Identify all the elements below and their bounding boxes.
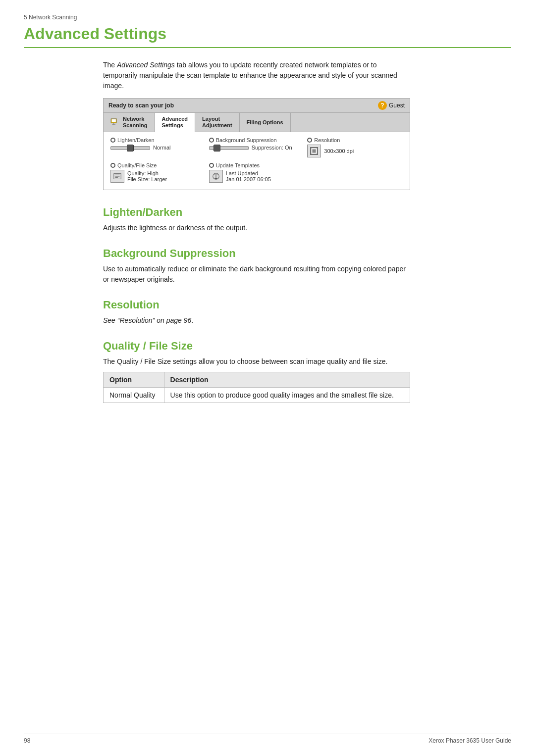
lighten-darken-label: Lighten/Darken: [110, 137, 206, 143]
resolution-radio[interactable]: [307, 138, 312, 143]
update-radio[interactable]: [209, 163, 214, 168]
section-heading-quality-file-size: Quality / File Size: [103, 340, 511, 353]
lighten-darken-value: Normal: [153, 145, 170, 151]
quality-values: Quality: High File Size: Larger: [127, 170, 167, 182]
intro-paragraph: The Advanced Settings tab allows you to …: [103, 60, 410, 91]
breadcrumb: 5 Network Scanning: [24, 14, 511, 21]
lighten-darken-radio[interactable]: [110, 138, 115, 143]
resolution-see-suffix: .: [191, 316, 193, 324]
tab-network-scanning[interactable]: NetworkScanning: [104, 113, 155, 132]
scanner-header-title: Ready to scan your job: [108, 102, 174, 109]
quality-value1: Quality: High: [127, 170, 167, 176]
svg-rect-6: [313, 150, 316, 153]
table-cell-option: Normal Quality: [104, 388, 164, 403]
resolution-label: Resolution: [307, 137, 403, 143]
resolution-value: 300x300 dpi: [324, 148, 354, 154]
lighten-darken-control: Normal: [110, 145, 206, 151]
resolution-control: 300x300 dpi: [307, 145, 403, 157]
section-heading-background-suppression: Background Suppression: [103, 247, 511, 260]
update-value1: Last Updated: [226, 170, 271, 176]
scanner-ui: Ready to scan your job ? Guest: [103, 98, 410, 190]
quality-file-size-title: Quality/File Size: [117, 162, 157, 168]
update-templates-label: Update Templates: [209, 162, 305, 168]
section-body-resolution: See “Resolution” on page 96.: [103, 315, 410, 326]
background-suppression-radio[interactable]: [209, 138, 214, 143]
scanner-content: Lighten/Darken Normal: [104, 132, 410, 190]
update-values: Last Updated Jan 01 2007 06:05: [226, 170, 271, 182]
tab-layout-adjustment[interactable]: LayoutAdjustment: [195, 113, 240, 132]
quality-file-size-label: Quality/File Size: [110, 162, 206, 168]
tab-layout-adjustment-label: LayoutAdjustment: [202, 116, 232, 129]
quality-file-size-control: Quality: High File Size: Larger: [110, 170, 206, 183]
background-suppression-label: Background Suppression: [209, 137, 305, 143]
background-suppression-value: Suppression: On: [252, 145, 292, 151]
tab-advanced-settings-label: AdvancedSettings: [162, 116, 188, 129]
scanner-guest-area: ? Guest: [378, 101, 405, 110]
scanner-header: Ready to scan your job ? Guest: [104, 99, 410, 113]
footer-product-name: Xerox Phaser 3635 User Guide: [428, 737, 511, 744]
lighten-darken-title: Lighten/Darken: [117, 137, 155, 143]
option-table: Option Description Normal Quality Use th…: [103, 372, 410, 403]
lighten-darken-slider[interactable]: [110, 145, 150, 150]
update-templates-control: Last Updated Jan 01 2007 06:05: [209, 170, 305, 183]
panel-update-templates: Update Templates Last Updat: [209, 162, 305, 183]
resolution-see-reference: See “Resolution” on page 96: [103, 316, 191, 324]
guest-label: Guest: [389, 102, 405, 109]
tab-filing-options[interactable]: Filing Options: [240, 113, 291, 132]
table-row: Normal Quality Use this option to produc…: [104, 388, 410, 403]
quality-icon-box[interactable]: [110, 170, 124, 183]
background-suppression-control: Suppression: On: [209, 145, 305, 151]
section-heading-resolution: Resolution: [103, 299, 511, 311]
footer-page-number: 98: [24, 737, 30, 744]
resolution-title: Resolution: [314, 137, 340, 143]
network-scan-icon: [110, 117, 120, 128]
panel-lighten-darken: Lighten/Darken Normal: [110, 137, 206, 157]
background-suppression-title: Background Suppression: [216, 137, 277, 143]
panel-quality-file-size: Quality/File Size Quality:: [110, 162, 206, 183]
section-body-quality-file-size: The Quality / File Size settings allow y…: [103, 356, 410, 367]
update-value2: Jan 01 2007 06:05: [226, 176, 271, 182]
tab-advanced-settings[interactable]: AdvancedSettings: [155, 113, 196, 132]
quality-value2: File Size: Larger: [127, 176, 167, 182]
tab-filing-options-label: Filing Options: [247, 119, 283, 125]
panel-resolution: Resolution 300x300 dpi: [307, 137, 403, 157]
intro-text-em: Advanced Settings: [117, 61, 175, 69]
update-templates-title: Update Templates: [216, 162, 260, 168]
page-footer: 98 Xerox Phaser 3635 User Guide: [24, 734, 511, 744]
background-suppression-slider[interactable]: [209, 145, 249, 150]
update-icon-box[interactable]: [209, 170, 223, 183]
page-title: Advanced Settings: [24, 25, 511, 48]
help-icon: ?: [378, 101, 387, 110]
table-cell-description: Use this option to produce good quality …: [164, 388, 410, 403]
resolution-icon-box[interactable]: [307, 145, 321, 157]
section-body-lighten-darken: Adjusts the lightness or darkness of the…: [103, 223, 410, 233]
section-heading-lighten-darken: Lighten/Darken: [103, 206, 511, 219]
svg-rect-1: [112, 119, 116, 122]
table-header-description: Description: [164, 372, 410, 388]
scanner-tabs: NetworkScanning AdvancedSettings LayoutA…: [104, 113, 410, 132]
panel-background-suppression: Background Suppression Suppression: On: [209, 137, 305, 157]
table-header-option: Option: [104, 372, 164, 388]
quality-radio[interactable]: [110, 163, 115, 168]
section-body-background-suppression: Use to automatically reduce or eliminate…: [103, 264, 410, 285]
intro-text-before: The: [103, 61, 117, 69]
tab-network-scanning-label: NetworkScanning: [123, 116, 148, 129]
